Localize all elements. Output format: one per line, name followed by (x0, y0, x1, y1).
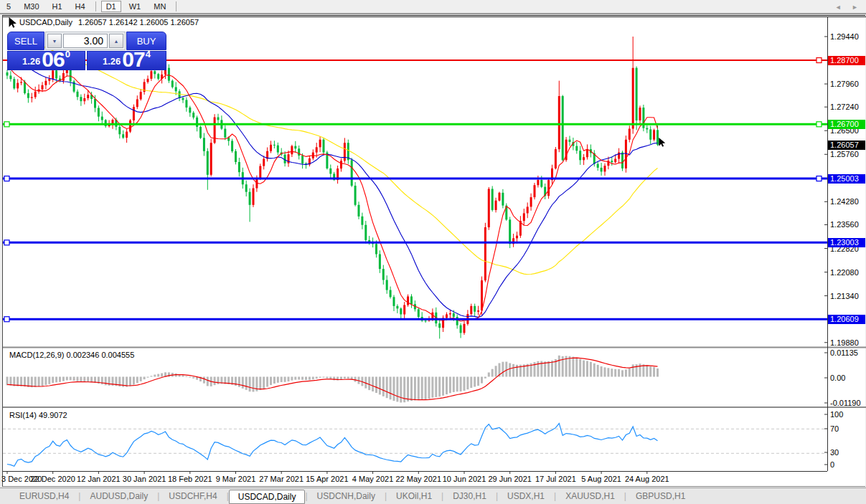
tab-AUDUSD-Daily[interactable]: AUDUSD,Daily (80, 490, 157, 503)
toolbar-separator (176, 1, 177, 11)
chart-cursor-icon (8, 17, 18, 28)
price-badge: 1.26057 (828, 141, 865, 150)
tab-USDCHF-H4[interactable]: USDCHF,H4 (159, 490, 226, 503)
price-axis-label: 1.29440 (830, 32, 859, 41)
date-label: 9 Mar 2021 (216, 475, 256, 483)
macd-label: MACD(12,26,9) 0.002346 0.004555 (9, 351, 134, 359)
volume-decrease-button[interactable]: ▼ (47, 34, 62, 48)
tab-scroll-arrows[interactable]: ◄ ► (835, 4, 862, 11)
sell-price-display[interactable]: 1.26060 (7, 51, 85, 70)
sell-price-small: 1.26 (22, 56, 40, 67)
rsi-axis-label: 30 (830, 448, 839, 457)
rsi-label: RSI(14) 49.9072 (9, 411, 67, 419)
macd-axis-label: 0.00 (830, 374, 845, 382)
date-label: 27 Mar 2021 (259, 475, 303, 483)
timeframe-button-D1[interactable]: D1 (101, 1, 121, 12)
timeframe-button-H4[interactable]: H4 (70, 1, 90, 12)
chart-ohlc-values: 1.26057 1.26142 1.26005 1.26057 (78, 18, 199, 27)
tab-UKOil-H1[interactable]: UKOil,H1 (387, 490, 441, 503)
price-badge: 1.28700 (828, 56, 865, 65)
date-label: 12 Jan 2021 (77, 475, 121, 483)
sell-price-sup: 0 (65, 49, 70, 60)
timeframe-button-W1[interactable]: W1 (124, 1, 146, 12)
date-label: 22 May 2021 (395, 475, 441, 483)
rsi-axis-label: 100 (830, 410, 843, 419)
date-label: 4 May 2021 (352, 475, 393, 483)
tab-GBPUSD-H1[interactable]: GBPUSD,H1 (626, 490, 695, 503)
tab-USDX-H1[interactable]: USDX,H1 (498, 490, 554, 503)
date-label: 10 Jun 2021 (443, 475, 486, 483)
tab-EURUSD-H4[interactable]: EURUSD,H4 (10, 490, 78, 503)
tab-USDCNH-Daily[interactable]: USDCNH,Daily (308, 490, 385, 503)
macd-axis-label: -0.01190 (830, 399, 861, 407)
buy-price-display[interactable]: 1.26074 (87, 51, 166, 70)
date-label: 24 Aug 2021 (625, 475, 669, 483)
sell-price-big: 06 (42, 50, 64, 69)
tab-XAUUSD-H1[interactable]: XAUUSD,H1 (556, 490, 624, 503)
date-label: 15 Apr 2021 (306, 475, 348, 483)
buy-price-big: 07 (122, 50, 144, 69)
timeframe-button-M30[interactable]: M30 (19, 1, 44, 12)
timeframe-button-H1[interactable]: H1 (47, 1, 67, 12)
mouse-cursor-icon (658, 138, 667, 147)
price-axis-label: 1.24280 (830, 197, 859, 206)
price-axis-label: 1.21340 (830, 292, 859, 300)
chart-canvas[interactable] (3, 16, 866, 485)
buy-price-sup: 4 (146, 49, 151, 60)
date-label: 29 Jun 2021 (488, 475, 532, 483)
price-badge: 1.25003 (828, 174, 865, 184)
date-label: 30 Jan 2021 (123, 475, 166, 483)
tab-DJ30-H1[interactable]: DJ30,H1 (443, 490, 496, 503)
price-axis-label: 1.27240 (830, 103, 859, 111)
timeframe-button-MN[interactable]: MN (149, 1, 171, 12)
tab-USDCAD-Daily[interactable]: USDCAD,Daily (229, 490, 306, 504)
price-axis-label: 1.25760 (830, 150, 859, 158)
volume-input[interactable]: 3.00 (63, 34, 108, 48)
price-badge: 1.20609 (828, 315, 865, 324)
buy-price-small: 1.26 (103, 56, 121, 67)
price-badge: 1.26700 (828, 120, 865, 129)
date-label: 22 Dec 2020 (30, 475, 75, 483)
date-label: 5 Aug 2021 (581, 475, 621, 483)
volume-increase-button[interactable]: ▲ (109, 34, 123, 48)
one-click-trading-panel: SELL ▼ 3.00 ▲ BUY 1.26060 1.26074 (7, 32, 166, 70)
price-badge: 1.23003 (828, 238, 865, 247)
price-axis-label: 1.23560 (830, 220, 859, 229)
price-axis-label: 1.22080 (830, 268, 859, 277)
timeframe-toolbar: 5M30H1H4D1W1MN (0, 0, 866, 14)
rsi-axis-label: 0 (830, 460, 834, 469)
symbol-tab-bar: EURUSD,H4|AUDUSD,Daily|USDCHF,H4|USDCAD,… (0, 488, 866, 504)
toolbar-separator (95, 1, 96, 11)
chart-title: USDCAD,Daily1.26057 1.26142 1.26005 1.26… (19, 18, 199, 27)
sell-button[interactable]: SELL (7, 32, 44, 50)
date-label: 17 Jul 2021 (535, 475, 576, 483)
chart-symbol-period: USDCAD,Daily (19, 18, 72, 27)
rsi-axis-label: 70 (830, 424, 839, 433)
timeframe-button-5[interactable]: 5 (1, 1, 16, 12)
price-axis-label: 1.19880 (830, 338, 859, 347)
macd-axis-label: 0.01135 (830, 348, 858, 357)
date-label: 18 Feb 2021 (168, 475, 212, 483)
price-axis-label: 1.27960 (830, 80, 859, 88)
